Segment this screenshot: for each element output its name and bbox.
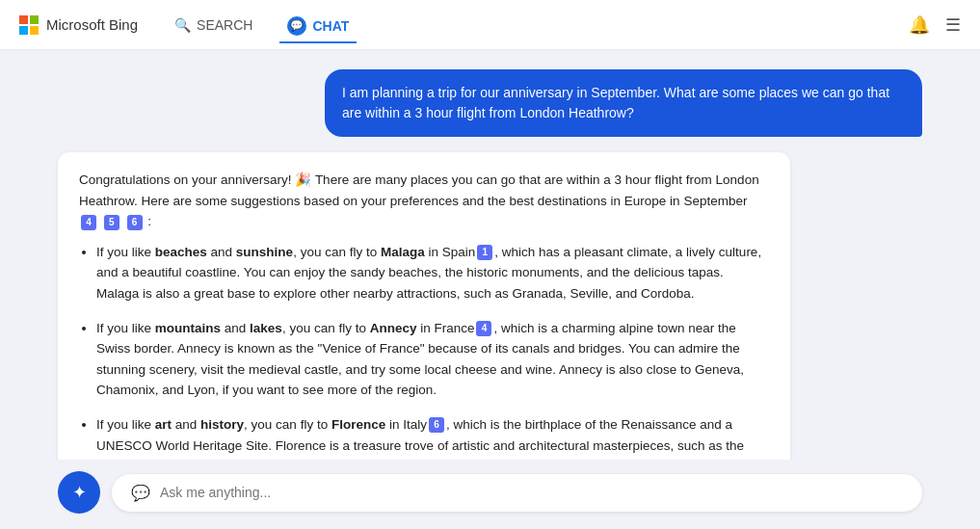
list-item: If you like art and history, you can fly… (96, 414, 769, 460)
logo-area: Microsoft Bing (19, 15, 138, 35)
nav-search-label: SEARCH (197, 17, 252, 33)
citation-4[interactable]: 4 (81, 215, 96, 230)
header: Microsoft Bing 🔍 SEARCH 💬 CHAT 🔔 ☰ (0, 0, 980, 50)
logo-text: Microsoft Bing (46, 16, 138, 33)
bing-button[interactable]: ✦ (58, 471, 100, 514)
citation-4b[interactable]: 4 (476, 321, 491, 336)
input-box: 💬 (112, 474, 922, 512)
citation-6[interactable]: 6 (127, 215, 143, 230)
list-item: If you like beaches and sunshine, you ca… (96, 242, 769, 304)
ai-intro-text: Congratulations on your anniversary! 🎉 T… (79, 170, 769, 232)
input-area: ✦ 💬 (0, 460, 980, 529)
ai-response: Congratulations on your anniversary! 🎉 T… (58, 152, 790, 460)
citation-6b[interactable]: 6 (429, 417, 444, 433)
list-item: If you like mountains and lakes, you can… (96, 318, 769, 401)
microsoft-logo-icon (19, 15, 39, 35)
citation-1[interactable]: 1 (477, 245, 492, 260)
citation-5[interactable]: 5 (104, 215, 119, 230)
header-right: 🔔 ☰ (909, 14, 961, 36)
user-message: I am planning a trip for our anniversary… (325, 69, 922, 137)
chat-icon: 💬 (287, 16, 306, 36)
notification-bell-icon[interactable]: 🔔 (909, 14, 930, 36)
bing-sparkle-icon: ✦ (72, 482, 87, 503)
menu-icon[interactable]: ☰ (945, 14, 961, 36)
ask-input[interactable] (160, 485, 903, 500)
nav-search[interactable]: 🔍 SEARCH (167, 12, 260, 39)
main-content: I am planning a trip for our anniversary… (0, 50, 980, 529)
chat-area: I am planning a trip for our anniversary… (0, 50, 980, 460)
chat-bubble-icon: 💬 (131, 484, 150, 502)
suggestions-list: If you like beaches and sunshine, you ca… (96, 242, 769, 460)
nav-chat-label: CHAT (312, 18, 349, 34)
search-icon: 🔍 (174, 17, 191, 33)
nav-chat[interactable]: 💬 CHAT (279, 11, 357, 43)
